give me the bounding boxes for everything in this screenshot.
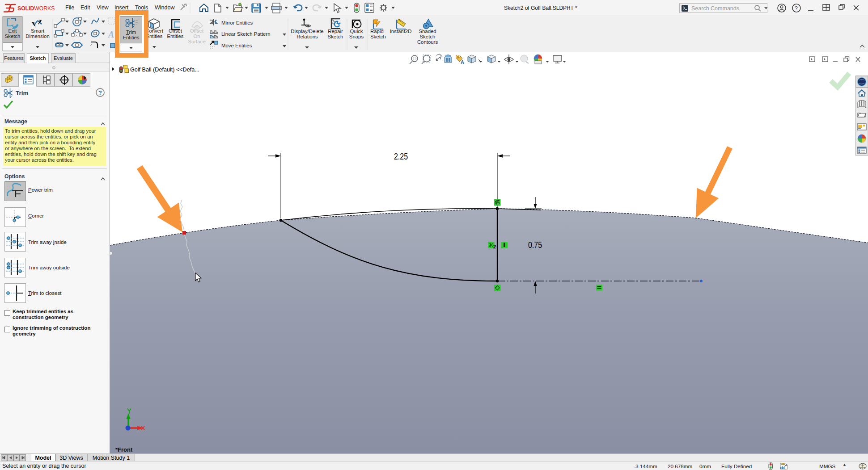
svg-text:Instant2D: Instant2D	[390, 29, 412, 34]
svg-text:2: 2	[493, 244, 496, 249]
svg-text:Relations: Relations	[296, 34, 318, 39]
svg-text:Golf Ball (Default) <<Defa...: Golf Ball (Default) <<Defa...	[130, 67, 199, 73]
svg-text:A: A	[461, 59, 464, 65]
svg-text:Move Entities: Move Entities	[221, 43, 252, 48]
svg-text:Linear Sketch Pattern: Linear Sketch Pattern	[221, 31, 271, 37]
svg-text:Sketch: Sketch	[328, 34, 343, 39]
svg-text:Repair: Repair	[328, 29, 343, 34]
svg-text:Offset: Offset	[169, 28, 182, 34]
svg-text:Mirror Entities: Mirror Entities	[221, 20, 253, 25]
svg-text:Surface: Surface	[188, 39, 206, 44]
svg-text:Dimension: Dimension	[25, 34, 49, 39]
svg-text:Entities: Entities	[167, 34, 183, 39]
svg-text:0.75: 0.75	[528, 240, 542, 250]
svg-text:Sketch: Sketch	[5, 34, 21, 39]
svg-text:Display/Delete: Display/Delete	[291, 29, 323, 34]
svg-text:Smart: Smart	[31, 28, 45, 34]
svg-text:Trim: Trim	[16, 90, 29, 97]
svg-text:A: A	[107, 29, 114, 39]
svg-text:Entities: Entities	[146, 34, 162, 39]
svg-text:On: On	[193, 34, 200, 39]
svg-text:Offset: Offset	[190, 28, 204, 34]
svg-text:Contours: Contours	[417, 39, 438, 45]
svg-text:*Front: *Front	[115, 446, 133, 453]
svg-text:Sketch: Sketch	[370, 34, 386, 39]
svg-text:Rapid: Rapid	[370, 29, 384, 34]
svg-text:Quick: Quick	[350, 29, 363, 34]
svg-text:Shaded: Shaded	[419, 29, 436, 34]
svg-text:Sketch: Sketch	[420, 34, 436, 39]
svg-text:Snaps: Snaps	[349, 34, 364, 39]
svg-text:?: ?	[98, 89, 102, 96]
svg-text:2.25: 2.25	[394, 151, 408, 161]
svg-text:Exit: Exit	[8, 28, 17, 34]
svg-text:?: ?	[795, 5, 798, 12]
